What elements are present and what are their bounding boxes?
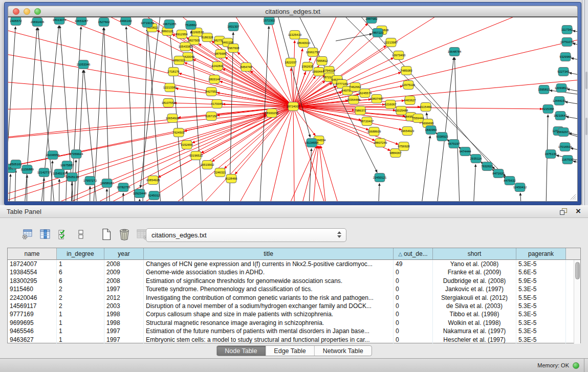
table-row[interactable]: 946362711997Embryonic stem cells: a mode… (8, 336, 580, 344)
graph-node-teal[interactable]: 8471620 (492, 169, 505, 178)
tab-edge-table[interactable]: Edge Table (266, 346, 314, 356)
graph-node-yellow[interactable]: 16519902 (201, 161, 214, 169)
table-row[interactable]: 977716911998Corpus callosum shape and si… (8, 310, 580, 318)
trash-icon[interactable] (118, 228, 131, 241)
graph-node-teal[interactable]: 15692971 (557, 128, 571, 137)
graph-node-teal[interactable]: 12923448 (133, 189, 147, 198)
table-row[interactable]: 946554611997Estimation of the future num… (8, 327, 580, 335)
graph-node-yellow[interactable]: 4170045 (211, 100, 223, 108)
close-panel-icon[interactable]: × (576, 206, 581, 216)
graph-node-teal[interactable]: 19751074 (560, 38, 574, 47)
graph-node-yellow[interactable]: 18720407 (360, 117, 374, 126)
tab-network-table[interactable]: Network Table (315, 346, 372, 356)
graph-node-yellow[interactable]: 18300295 (265, 109, 279, 118)
graph-node-yellow[interactable]: 7485083 (400, 67, 412, 75)
graph-node-teal[interactable]: 8466160 (120, 17, 132, 26)
graph-node-teal[interactable]: 8215358 (542, 105, 554, 114)
graph-node-yellow[interactable]: 10973493 (392, 51, 406, 60)
column-settings-table-icon[interactable] (20, 228, 34, 241)
citation-graph[interactable]: 1872400711325419186409101696175879558121… (8, 17, 578, 202)
graph-node-yellow[interactable]: 10543382 (179, 42, 192, 51)
new-document-icon[interactable] (100, 228, 113, 241)
graph-node-yellow[interactable]: 7955812 (316, 57, 328, 65)
graph-node-teal[interactable]: 9245012 (148, 191, 160, 200)
graph-node-teal[interactable]: 8505161 (10, 160, 22, 169)
graph-node-yellow[interactable]: 2718176 (167, 68, 180, 76)
graph-node-teal[interactable]: 17957272 (83, 177, 97, 185)
graph-node-yellow[interactable]: 20364486 (347, 96, 361, 104)
graph-node-teal[interactable]: 11156889 (20, 165, 34, 174)
graph-node-teal[interactable]: 9227343 (557, 68, 570, 76)
graph-node-yellow[interactable]: 2246321 (214, 168, 226, 177)
graph-node-yellow[interactable]: 7462662 (349, 83, 361, 92)
graph-node-yellow[interactable]: 19654923 (401, 127, 415, 136)
table-row[interactable]: 1830029562008Estimation of significance … (8, 277, 580, 285)
graph-node-yellow[interactable]: 9875685 (214, 50, 227, 58)
graph-node-teal[interactable]: 9474444 (459, 147, 471, 156)
graph-node-teal[interactable]: 11545193 (53, 169, 67, 178)
graph-node-teal[interactable]: 20691406 (31, 18, 45, 27)
graph-node-teal[interactable]: 21053346 (77, 60, 91, 69)
column-header-out_de[interactable]: △out_de... (394, 248, 433, 260)
graph-node-teal[interactable]: 17359924 (70, 150, 83, 159)
column-header-in_degree[interactable]: in_degree (57, 248, 104, 260)
graph-node-yellow[interactable]: 2967608 (227, 44, 239, 53)
graph-node-teal[interactable]: 7857223 (372, 29, 384, 37)
graph-node-teal[interactable]: 16782759 (117, 183, 130, 192)
graph-node-yellow[interactable]: 3242844 (211, 62, 224, 71)
graph-node-teal[interactable]: 20206556 (46, 151, 60, 160)
graph-node-teal[interactable]: 15134558 (305, 139, 319, 147)
graph-node-yellow[interactable]: 10854925 (146, 176, 160, 185)
graph-node-yellow[interactable]: 11325419 (288, 31, 302, 39)
graph-node-yellow[interactable]: 7624503 (172, 128, 185, 137)
column-header-name[interactable]: name (8, 248, 57, 260)
graph-node-yellow[interactable]: 8186328 (201, 33, 213, 42)
graph-node-teal[interactable]: 1595813 (538, 85, 550, 94)
graph-node-teal[interactable]: 9338923 (436, 133, 448, 141)
graph-node-yellow[interactable]: 18807249 (374, 139, 387, 147)
graph-node-teal[interactable]: 16671355 (163, 20, 177, 29)
graph-node-teal[interactable]: 6679197 (448, 140, 460, 148)
graph-node-yellow[interactable]: 8128466 (225, 174, 237, 183)
graph-node-teal[interactable]: 1117342 (561, 26, 573, 34)
graph-node-teal[interactable]: 1840954 (425, 126, 437, 135)
graph-node-yellow[interactable]: 10688609 (367, 127, 381, 136)
graph-node-yellow[interactable]: 10196522 (189, 151, 203, 160)
network-canvas[interactable]: 1872400711325419186409101696175879558121… (8, 17, 578, 202)
graph-node-yellow[interactable]: 9756928 (398, 142, 410, 151)
window-resize-grip[interactable] (570, 193, 576, 200)
graph-node-yellow[interactable]: 9463627 (404, 96, 416, 105)
table-row[interactable]: 2242004622012Investigating the contribut… (8, 294, 580, 302)
graph-node-yellow[interactable]: 2267150 (205, 112, 217, 121)
graph-node-teal[interactable]: 18210643 (554, 112, 568, 120)
graph-node-yellow[interactable]: 12213987 (384, 38, 398, 47)
graph-node-yellow[interactable]: 10654926 (166, 114, 180, 123)
graph-node-yellow[interactable]: 2803144 (208, 75, 221, 84)
graph-node-yellow[interactable]: 18724007 (287, 102, 300, 111)
scrollbar-thumb[interactable] (575, 262, 580, 279)
graph-node-teal[interactable]: 7518862 (185, 21, 197, 30)
graph-node-yellow[interactable]: 9890322 (173, 56, 185, 65)
graph-node-yellow[interactable]: 7559444 (412, 114, 424, 123)
graph-node-yellow[interactable]: 16961758 (306, 48, 320, 57)
tab-node-table[interactable]: Node Table (216, 346, 266, 356)
graph-node-teal[interactable]: 2887682 (365, 17, 378, 24)
graph-node-teal[interactable]: 1572302 (263, 17, 275, 25)
graph-node-teal[interactable]: 22450121 (373, 173, 387, 182)
graph-node-yellow[interactable]: 9115460 (420, 103, 432, 112)
graph-node-teal[interactable]: 1675139 (545, 150, 557, 159)
graph-node-yellow[interactable]: 12213389 (163, 83, 177, 92)
graph-node-yellow[interactable]: 1562635 (301, 62, 314, 71)
table-scrollbar[interactable] (574, 260, 580, 344)
column-header-title[interactable]: title (144, 248, 394, 260)
graph-node-teal[interactable]: 7632621 (481, 162, 493, 171)
graph-node-teal[interactable]: 12142737 (37, 168, 51, 177)
graph-node-yellow[interactable]: 1822037 (285, 58, 297, 67)
graph-node-teal[interactable]: 1527602 (98, 18, 110, 27)
checklist-icon[interactable] (56, 228, 70, 241)
graph-node-yellow[interactable]: 18107552 (162, 99, 176, 107)
graph-node-teal[interactable]: 9329966 (559, 53, 572, 61)
graph-node-yellow[interactable]: 8912954 (176, 30, 188, 39)
graph-node-teal[interactable]: 12444191 (553, 97, 567, 105)
graph-node-teal[interactable]: 12450412 (513, 183, 527, 192)
